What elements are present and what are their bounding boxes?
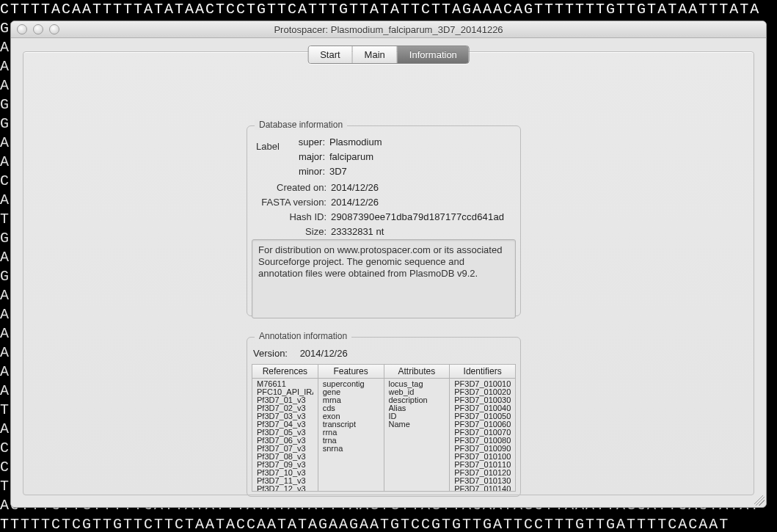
created-key: Created on: xyxy=(247,182,331,193)
list-item[interactable]: Alias xyxy=(389,404,445,412)
list-item[interactable]: PFC10_API_IRAB xyxy=(257,388,313,396)
label-caption: Label xyxy=(256,141,280,152)
list-item[interactable]: PF3D7_0100200 xyxy=(454,388,511,396)
list-item[interactable]: cds xyxy=(323,404,379,412)
super-key: super: xyxy=(287,136,329,147)
tab-start[interactable]: Start xyxy=(308,46,352,63)
database-info-group: Database information Label super:Plasmod… xyxy=(247,125,521,316)
database-description[interactable]: For distribution on www.protospacer.com … xyxy=(252,239,516,318)
list-item[interactable]: PF3D7_0101000 xyxy=(454,453,511,461)
minor-value: 3D7 xyxy=(329,166,382,177)
list-item[interactable]: Pf3D7_11_v3 xyxy=(257,477,313,485)
super-value: Plasmodium xyxy=(329,136,382,147)
app-window: Protospacer: Plasmodium_falciparum_3D7_2… xyxy=(10,21,767,508)
body-identifiers[interactable]: PF3D7_0100100PF3D7_0100200PF3D7_0100300P… xyxy=(450,379,515,491)
anno-version-value: 2014/12/26 xyxy=(300,348,348,359)
list-item[interactable]: ID xyxy=(389,412,445,420)
list-item[interactable]: snrna xyxy=(323,445,379,453)
list-item[interactable]: PF3D7_0100300 xyxy=(454,396,511,404)
list-item[interactable]: exon xyxy=(323,412,379,420)
list-item[interactable]: Pf3D7_08_v3 xyxy=(257,453,313,461)
list-item[interactable]: PF3D7_0101100 xyxy=(454,461,511,469)
list-item[interactable]: Pf3D7_04_v3 xyxy=(257,420,313,429)
list-item[interactable]: gene xyxy=(323,388,379,396)
tab-main[interactable]: Main xyxy=(353,46,398,63)
head-identifiers[interactable]: Identifiers xyxy=(450,365,515,379)
annotation-info-group: Annotation information Version: 2014/12/… xyxy=(247,337,521,497)
size-value: 23332831 nt xyxy=(331,226,511,237)
list-item[interactable]: PF3D7_0100900 xyxy=(454,445,511,453)
list-item[interactable]: PF3D7_0100100 xyxy=(454,380,511,388)
list-item[interactable]: Name xyxy=(389,420,445,429)
resize-grip-icon[interactable] xyxy=(754,495,765,506)
list-item[interactable]: mrna xyxy=(323,396,379,404)
window-controls xyxy=(17,24,59,34)
list-item[interactable]: PF3D7_0101200 xyxy=(454,469,511,477)
fasta-key: FASTA version: xyxy=(247,197,331,208)
list-item[interactable]: supercontig xyxy=(323,380,379,388)
col-references[interactable]: References M76611PFC10_API_IRABPf3D7_01_… xyxy=(252,365,318,491)
hash-key: Hash ID: xyxy=(247,211,331,222)
list-item[interactable]: PF3D7_0101300 xyxy=(454,477,511,485)
window-title: Protospacer: Plasmodium_falciparum_3D7_2… xyxy=(274,24,503,35)
head-references[interactable]: References xyxy=(252,365,318,379)
body-attributes[interactable]: locus_tagweb_iddescriptionAliasIDName xyxy=(384,379,450,491)
list-item[interactable]: Pf3D7_09_v3 xyxy=(257,461,313,469)
list-item[interactable]: PF3D7_0100800 xyxy=(454,437,511,445)
zoom-icon[interactable] xyxy=(49,24,59,34)
list-item[interactable]: PF3D7_0100700 xyxy=(454,429,511,437)
list-item[interactable]: trna xyxy=(323,437,379,445)
list-item[interactable]: Pf3D7_06_v3 xyxy=(257,437,313,445)
list-item[interactable]: web_id xyxy=(389,388,445,396)
body-features[interactable]: supercontiggenemrnacdsexontranscriptrrna… xyxy=(318,379,384,491)
col-attributes[interactable]: Attributes locus_tagweb_iddescriptionAli… xyxy=(384,365,450,491)
size-key: Size: xyxy=(247,226,331,237)
list-item[interactable]: PF3D7_0100600 xyxy=(454,420,511,429)
list-item[interactable]: Pf3D7_03_v3 xyxy=(257,412,313,420)
list-item[interactable]: Pf3D7_02_v3 xyxy=(257,404,313,412)
dna-row: CTTTTACAATTTTTATATAACTCCTGTTCATTTGTTATAT… xyxy=(0,0,777,19)
col-features[interactable]: Features supercontiggenemrnacdsexontrans… xyxy=(318,365,384,491)
window-content: Start Main Information Database informat… xyxy=(11,38,766,507)
col-identifiers[interactable]: Identifiers PF3D7_0100100PF3D7_0100200PF… xyxy=(450,365,515,491)
list-item[interactable]: Pf3D7_05_v3 xyxy=(257,429,313,437)
database-info-legend: Database information xyxy=(255,120,347,130)
annotation-info-legend: Annotation information xyxy=(255,331,351,341)
list-item[interactable]: PF3D7_0100500 xyxy=(454,412,511,420)
list-item[interactable]: Pf3D7_07_v3 xyxy=(257,445,313,453)
head-features[interactable]: Features xyxy=(318,365,384,379)
list-item[interactable]: rrna xyxy=(323,429,379,437)
annotation-table: References M76611PFC10_API_IRABPf3D7_01_… xyxy=(252,364,516,492)
fasta-value: 2014/12/26 xyxy=(331,197,511,208)
body-references[interactable]: M76611PFC10_API_IRABPf3D7_01_v3Pf3D7_02_… xyxy=(252,379,318,491)
dna-row: TTTTTCTCGTTGTTCTTCTAATACCAATATAGAAGAATGT… xyxy=(0,515,777,532)
hash-value: 29087390ee71dba79d187177ccd641ad xyxy=(331,211,511,222)
minimize-icon[interactable] xyxy=(33,24,43,34)
list-item[interactable]: PF3D7_0101400 xyxy=(454,485,511,491)
anno-version-key: Version: xyxy=(253,348,297,359)
tab-information[interactable]: Information xyxy=(398,46,469,63)
list-item[interactable]: transcript xyxy=(323,420,379,429)
minor-key: minor: xyxy=(287,166,329,177)
list-item[interactable]: Pf3D7_12_v3 xyxy=(257,485,313,491)
tab-panel: Database information Label super:Plasmod… xyxy=(23,51,754,495)
list-item[interactable]: Pf3D7_01_v3 xyxy=(257,396,313,404)
created-value: 2014/12/26 xyxy=(331,182,511,193)
major-key: major: xyxy=(287,151,329,162)
close-icon[interactable] xyxy=(17,24,27,34)
db-fields: Created on:2014/12/26 FASTA version:2014… xyxy=(247,182,511,241)
list-item[interactable]: locus_tag xyxy=(389,380,445,388)
tab-strip: Start Main Information xyxy=(307,45,470,64)
list-item[interactable]: description xyxy=(389,396,445,404)
major-value: falciparum xyxy=(329,151,382,162)
label-sublist: super:Plasmodium major:falciparum minor:… xyxy=(287,136,382,181)
window-titlebar[interactable]: Protospacer: Plasmodium_falciparum_3D7_2… xyxy=(11,21,766,38)
list-item[interactable]: Pf3D7_10_v3 xyxy=(257,469,313,477)
head-attributes[interactable]: Attributes xyxy=(384,365,450,379)
list-item[interactable]: PF3D7_0100400 xyxy=(454,404,511,412)
list-item[interactable]: M76611 xyxy=(257,380,313,388)
